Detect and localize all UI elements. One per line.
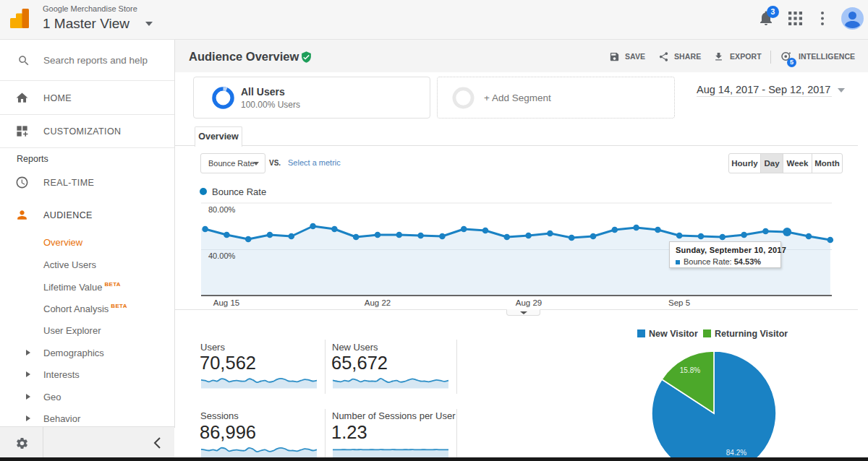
svg-text:40.00%: 40.00% <box>208 251 236 260</box>
svg-text:Aug 22: Aug 22 <box>365 298 391 307</box>
svg-text:15.8%: 15.8% <box>680 366 700 374</box>
svg-text:84.2%: 84.2% <box>726 449 746 457</box>
svg-text:Aug 29: Aug 29 <box>516 298 542 307</box>
svg-text:Aug 15: Aug 15 <box>213 298 239 307</box>
svg-text:80.00%: 80.00% <box>208 205 236 214</box>
svg-text:Sep 5: Sep 5 <box>668 298 690 307</box>
